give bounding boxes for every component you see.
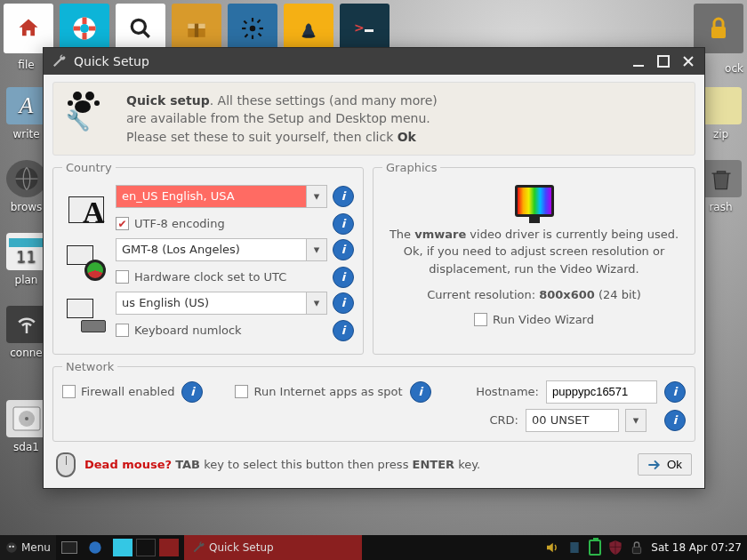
active-task-button[interactable]: Quick Setup — [184, 535, 362, 560]
graphics-fieldset: Graphics The vmware video driver is curr… — [373, 161, 695, 355]
clipboard-icon[interactable] — [567, 540, 582, 555]
svg-point-27 — [12, 546, 14, 548]
titlebar[interactable]: Quick Setup — [44, 48, 704, 75]
dropdown-caret[interactable]: ▾ — [306, 238, 327, 261]
country-fieldset: Country A en_US English, USA ▾ i — [52, 161, 364, 355]
timezone-select[interactable]: GMT-8 (Los Angeles) — [116, 238, 307, 261]
numlock-checkbox[interactable]: Keyboard numlock — [116, 324, 242, 337]
hostname-label: Hostname: — [476, 385, 539, 398]
utf8-checkbox[interactable]: ✔UTF-8 encoding — [116, 217, 225, 230]
system-tray: Sat 18 Apr 07:27 — [539, 535, 747, 560]
security-shield-icon[interactable] — [608, 540, 622, 556]
crd-select[interactable]: 00 UNSET — [526, 409, 619, 432]
svg-rect-11 — [244, 20, 248, 25]
info-icon[interactable]: i — [333, 186, 354, 207]
browser-tray-icon[interactable] — [83, 535, 108, 560]
svg-point-28 — [89, 541, 100, 553]
volume-icon[interactable] — [544, 540, 560, 556]
launcher-lock[interactable] — [694, 4, 743, 53]
svg-rect-8 — [252, 36, 253, 39]
svg-point-26 — [9, 546, 11, 548]
run-video-wizard-checkbox[interactable]: Run Video Wizard — [474, 313, 594, 326]
country-legend: Country — [62, 161, 116, 174]
dropdown-caret[interactable]: ▾ — [625, 409, 647, 432]
svg-point-25 — [6, 542, 17, 553]
wrench-icon — [191, 540, 205, 555]
info-icon[interactable]: i — [333, 213, 354, 235]
svg-point-6 — [250, 26, 256, 32]
desktop-switcher[interactable] — [108, 535, 184, 560]
svg-rect-18 — [711, 27, 726, 38]
monitor-rainbow-icon — [515, 185, 554, 217]
launcher-lamp[interactable] — [284, 4, 333, 53]
window-title: Quick Setup — [74, 54, 622, 68]
mouse-icon — [56, 452, 76, 477]
svg-rect-17 — [365, 29, 374, 32]
info-icon[interactable]: i — [664, 410, 686, 431]
launcher-terminal[interactable]: > — [340, 4, 390, 53]
spot-checkbox[interactable]: Run Internet apps as spot — [235, 385, 402, 398]
svg-point-15 — [301, 35, 315, 38]
desktop-label-lock: ock — [725, 62, 743, 75]
svg-text:>: > — [354, 20, 365, 35]
info-icon[interactable]: i — [333, 267, 354, 288]
info-icon[interactable]: i — [333, 320, 354, 341]
ok-button[interactable]: Ok — [638, 453, 692, 476]
intro-headline: Quick setup — [126, 93, 210, 108]
dropdown-caret[interactable]: ▾ — [306, 185, 327, 208]
quick-setup-window: Quick Setup 🔧 Quick setup. All these set… — [43, 47, 705, 489]
puppy-menu-icon — [5, 541, 18, 554]
info-icon[interactable]: i — [410, 381, 431, 403]
intro-box: 🔧 Quick setup. All these settings (and m… — [52, 82, 695, 156]
launcher-settings[interactable] — [228, 4, 277, 53]
svg-rect-5 — [195, 24, 198, 37]
svg-rect-29 — [571, 542, 579, 553]
taskbar-clock[interactable]: Sat 18 Apr 07:27 — [651, 541, 742, 554]
maximize-button[interactable] — [655, 52, 672, 70]
svg-rect-23 — [633, 65, 644, 67]
wrench-icon — [51, 53, 67, 69]
info-icon[interactable]: i — [333, 239, 354, 260]
show-desktop-button[interactable] — [56, 535, 83, 560]
crd-label: CRD: — [490, 413, 519, 427]
flag-letter-icon: A — [68, 196, 104, 223]
flag-clock-icon — [67, 245, 106, 281]
info-icon[interactable]: i — [181, 381, 203, 403]
launcher-help[interactable] — [60, 4, 109, 53]
launcher-search[interactable] — [116, 4, 165, 53]
menu-button[interactable]: Menu — [0, 535, 56, 560]
minimize-button[interactable] — [630, 52, 647, 70]
battery-icon[interactable] — [589, 540, 601, 556]
graphics-resolution-text: Current resolution: 800x600 (24 bit) — [427, 286, 641, 304]
arrow-icon — [647, 459, 662, 471]
dropdown-caret[interactable]: ▾ — [306, 292, 327, 315]
svg-rect-10 — [260, 28, 263, 29]
svg-rect-13 — [257, 20, 261, 24]
firewall-checkbox[interactable]: Firewall enabled — [62, 385, 174, 398]
svg-rect-12 — [258, 33, 262, 37]
lock-tray-icon[interactable] — [630, 540, 644, 555]
graphics-driver-text: The vmware video driver is currently bei… — [384, 226, 684, 278]
info-icon[interactable]: i — [333, 292, 354, 314]
svg-rect-14 — [245, 34, 249, 38]
flag-keyboard-icon — [67, 299, 106, 334]
deadmouse-hint: Dead mouse? TAB key to select this butto… — [84, 457, 480, 473]
language-select[interactable]: en_US English, USA — [116, 185, 307, 208]
svg-point-22 — [25, 417, 28, 420]
info-icon[interactable]: i — [664, 381, 686, 403]
network-fieldset: Network Firewall enabled i Run Internet … — [52, 360, 695, 442]
svg-rect-30 — [633, 547, 641, 553]
keyboard-select[interactable]: us English (US) — [116, 292, 307, 315]
hostname-input[interactable] — [546, 380, 657, 404]
graphics-legend: Graphics — [382, 161, 440, 174]
svg-point-1 — [80, 24, 89, 33]
taskbar: Menu Quick Setup Sat 18 Apr 07:27 — [0, 535, 747, 560]
launcher-package[interactable] — [172, 4, 221, 53]
svg-rect-9 — [242, 28, 245, 29]
puppy-paw-icon: 🔧 — [66, 92, 110, 127]
close-button[interactable] — [679, 52, 697, 70]
hwclock-utc-checkbox[interactable]: Hardware clock set to UTC — [116, 270, 286, 284]
top-launcher-bar: > — [4, 4, 743, 53]
svg-rect-24 — [658, 56, 669, 67]
svg-point-2 — [132, 20, 145, 33]
